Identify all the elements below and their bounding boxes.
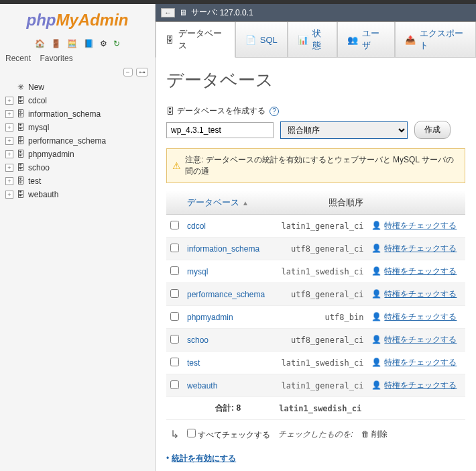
privilege-link[interactable]: 特権をチェックする — [384, 335, 457, 344]
row-checkbox[interactable] — [170, 335, 179, 344]
expand-icon[interactable]: + — [5, 123, 13, 132]
row-checkbox[interactable] — [170, 221, 179, 229]
collation-cell: latin1_general_ci — [273, 374, 367, 397]
db-link[interactable]: test — [187, 358, 200, 368]
tree-item[interactable]: +🗄schoo — [3, 161, 155, 174]
tab-状態[interactable]: 📊状態 — [288, 21, 337, 57]
db-link[interactable]: cdcol — [187, 221, 206, 231]
db-link[interactable]: performance_schema — [187, 290, 265, 299]
new-icon: ✳ — [16, 83, 25, 92]
check-all[interactable]: すべてチェックする — [187, 429, 270, 441]
tab-label: SQL — [260, 35, 278, 45]
create-button[interactable]: 作成 — [414, 121, 451, 139]
db-icon: 🗄 — [16, 123, 25, 132]
server-icon: 🖥 — [179, 8, 187, 17]
table-row: testlatin1_swedish_ci👤特権をチェックする — [166, 352, 465, 374]
db-link[interactable]: mysql — [187, 267, 208, 276]
tab-ユーザ[interactable]: 👥ユーザ — [337, 21, 395, 57]
settings-icon[interactable]: ⚙ — [100, 39, 107, 48]
notice-box: ⚠ 注意: データベースの統計を有効にするとウェブサーバと MySQL サーバの… — [166, 148, 465, 183]
row-checkbox[interactable] — [170, 244, 179, 252]
back-button[interactable]: ← — [161, 8, 175, 17]
privilege-link[interactable]: 特権をチェックする — [384, 289, 457, 299]
warning-icon: ⚠ — [172, 160, 181, 171]
privilege-link[interactable]: 特権をチェックする — [384, 266, 457, 276]
enable-stats-link[interactable]: 統計を有効にする — [172, 454, 236, 463]
expand-icon[interactable]: + — [5, 150, 13, 158]
row-checkbox[interactable] — [170, 312, 179, 321]
logo-myadmin: MyAdmin — [56, 11, 128, 29]
privilege-link[interactable]: 特権をチェックする — [384, 380, 457, 390]
tree-item[interactable]: +🗄performance_schema — [3, 134, 155, 148]
db-link[interactable]: phpmyadmin — [187, 313, 233, 322]
privilege-link[interactable]: 特権をチェックする — [384, 358, 457, 367]
expand-icon[interactable]: + — [5, 191, 13, 199]
link-icon[interactable]: ⊶ — [136, 68, 148, 76]
db-name-input[interactable] — [166, 122, 274, 138]
db-link[interactable]: information_schema — [187, 244, 259, 254]
tree-item[interactable]: +🗄test — [3, 174, 155, 188]
db-link[interactable]: schoo — [187, 335, 209, 345]
tab-SQL[interactable]: 📄SQL — [235, 21, 288, 57]
tab-favorites[interactable]: Favorites — [40, 54, 72, 63]
tree-item[interactable]: +🗄phpmyadmin — [3, 148, 155, 161]
privilege-link[interactable]: 特権をチェックする — [384, 244, 457, 253]
privilege-icon: 👤 — [371, 289, 381, 299]
privilege-icon: 👤 — [371, 266, 381, 276]
tree-label: webauth — [28, 190, 58, 199]
expand-icon[interactable]: + — [5, 137, 13, 145]
server-label: サーバ: — [191, 7, 217, 18]
help-icon[interactable]: ? — [270, 107, 279, 116]
home-icon[interactable]: 🏠 — [35, 39, 45, 48]
row-checkbox[interactable] — [170, 358, 179, 366]
row-checkbox[interactable] — [170, 266, 179, 275]
collation-select[interactable]: 照合順序 — [280, 121, 408, 139]
tab-label: 状態 — [312, 28, 327, 52]
tree-item[interactable]: +🗄information_schema — [3, 107, 155, 121]
privilege-icon: 👤 — [371, 221, 381, 230]
check-all-box[interactable] — [187, 429, 196, 437]
tab-icon: 🗄 — [166, 35, 174, 45]
expand-icon[interactable]: + — [5, 110, 13, 118]
docs-icon[interactable]: 📘 — [84, 39, 94, 48]
privilege-link[interactable]: 特権をチェックする — [384, 312, 457, 321]
row-checkbox[interactable] — [170, 289, 179, 298]
with-selected-label: チェックしたものを: — [278, 429, 353, 440]
expand-icon[interactable]: + — [5, 164, 13, 172]
tree-label: mysql — [28, 123, 49, 132]
logo: phpMyAdmin — [0, 4, 155, 36]
delete-action[interactable]: 🗑 削除 — [361, 429, 388, 440]
collation-cell: utf8_general_ci — [273, 283, 367, 306]
arrow-up-icon: ↳ — [170, 428, 179, 441]
privilege-link[interactable]: 特権をチェックする — [384, 221, 457, 230]
expand-icon[interactable]: + — [5, 97, 13, 105]
collapse-icon[interactable]: − — [123, 68, 133, 76]
row-checkbox[interactable] — [170, 380, 179, 389]
tree-item[interactable]: ✳New — [3, 81, 155, 94]
tab-データベース[interactable]: 🗄データベース — [156, 21, 235, 58]
db-link[interactable]: webauth — [187, 381, 217, 390]
tree-label: schoo — [28, 163, 50, 172]
expand-icon[interactable]: + — [5, 177, 13, 185]
sidebar-tabs: Recent Favorites — [0, 51, 155, 66]
tab-label: エクスポート — [420, 28, 467, 52]
refresh-icon[interactable]: ↻ — [113, 39, 120, 48]
tab-エクスポート[interactable]: 📤エクスポート — [395, 21, 477, 57]
collation-cell: latin1_swedish_ci — [273, 352, 367, 374]
tab-icon: 👥 — [347, 35, 358, 45]
create-db-label: データベースを作成する — [177, 105, 265, 117]
tab-icon: 📤 — [405, 35, 416, 45]
table-row: webauthlatin1_general_ci👤特権をチェックする — [166, 374, 465, 397]
table-row: phpmyadminutf8_bin👤特権をチェックする — [166, 306, 465, 329]
tab-recent[interactable]: Recent — [5, 54, 31, 63]
tree-item[interactable]: +🗄cdcol — [3, 94, 155, 107]
tab-label: ユーザ — [362, 28, 385, 52]
sort-db[interactable]: データベース — [187, 197, 239, 207]
privilege-icon: 👤 — [371, 312, 381, 321]
db-icon: 🗄 — [16, 96, 25, 105]
sql-icon[interactable]: 🧮 — [67, 39, 77, 48]
tree-item[interactable]: +🗄mysql — [3, 121, 155, 134]
db-icon: 🗄 — [16, 190, 25, 199]
logout-icon[interactable]: 🚪 — [51, 39, 61, 48]
tree-item[interactable]: +🗄webauth — [3, 188, 155, 201]
